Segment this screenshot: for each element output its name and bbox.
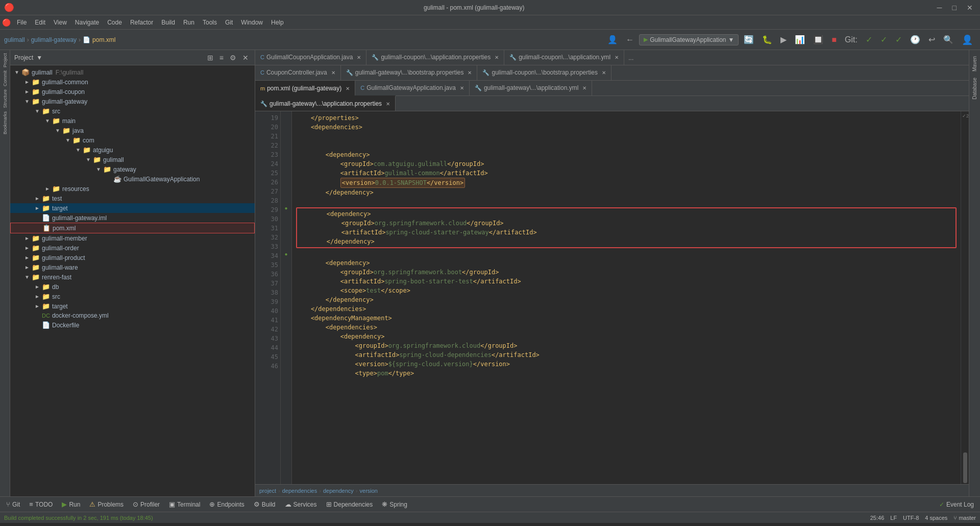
breadcrumb-version[interactable]: version [360, 488, 378, 494]
breadcrumb-project[interactable]: project [259, 488, 276, 494]
structure-panel-icon[interactable]: Structure [2, 88, 9, 109]
maven-panel-btn[interactable]: Maven [971, 54, 978, 74]
tree-item-target-gw[interactable]: ► 📁 target [10, 203, 255, 213]
tree-item-renren[interactable]: ▼ 📁 renren-fast [10, 272, 255, 282]
project-close-btn[interactable]: ✕ [240, 53, 251, 63]
toolbar-coverage-btn[interactable]: 🔲 [810, 33, 826, 46]
status-branch[interactable]: ⑂ master [953, 515, 976, 521]
tab-close-coupon-controller[interactable]: ✕ [331, 70, 335, 76]
toolbar-avatar[interactable]: 👤 [959, 32, 976, 47]
toolbar-rollback-btn[interactable]: ↩ [925, 33, 938, 46]
status-indent[interactable]: 4 spaces [925, 515, 947, 521]
project-collapse-all-btn[interactable]: ⊞ [205, 53, 215, 63]
tab-close-gw-bootstrap-props[interactable]: ✕ [468, 70, 472, 76]
tab-close-pom-gw[interactable]: ✕ [346, 86, 350, 91]
bottom-problems-btn[interactable]: ⚠ Problems [85, 499, 128, 510]
breadcrumb-filename[interactable]: pom.xml [92, 36, 115, 43]
menu-file[interactable]: File [13, 17, 31, 28]
tab-pom-gw[interactable]: m pom.xml (gulimall-gateway) ✕ [255, 81, 355, 95]
tab-coupon-app-props[interactable]: 🔧 gulimall-coupon\...\application.proper… [366, 50, 504, 65]
tree-item-gateway-pkg[interactable]: ▼ 📁 gateway [10, 164, 255, 174]
breadcrumb-module[interactable]: gulimall-gateway [31, 36, 77, 43]
bottom-git-btn[interactable]: ⑂ Git [2, 499, 24, 510]
tab-close-coupon-app[interactable]: ✕ [357, 55, 361, 60]
tab-coupon-bootstrap-props[interactable]: 🔧 gulimall-coupon\...\bootstrap.properti… [477, 65, 611, 80]
tree-item-member[interactable]: ► 📁 gulimall-member [10, 233, 255, 243]
tab-close-coupon-app-yml[interactable]: ✕ [615, 55, 619, 60]
bottom-build-btn[interactable]: ⚙ Build [250, 499, 280, 510]
code-editor[interactable]: </properties> <dependencies> <dependency… [292, 111, 961, 484]
bottom-services-btn[interactable]: ☁ Services [281, 499, 321, 510]
tree-item-ware[interactable]: ► 📁 gulimall-ware [10, 262, 255, 272]
tree-item-pom-gw[interactable]: ► 📋 pom.xml [10, 223, 255, 233]
tree-item-atguigu[interactable]: ▼ 📁 atguigu [10, 145, 255, 155]
tree-item-gulimall[interactable]: ▼ 📦 gulimall F:\gulimall [10, 67, 255, 77]
breadcrumb-dependency[interactable]: dependency [323, 488, 354, 494]
menu-edit[interactable]: Edit [31, 17, 50, 28]
toolbar-git-check2[interactable]: ✓ [877, 33, 890, 46]
close-button[interactable]: ✕ [964, 3, 976, 13]
tab-gw-app[interactable]: C GulimallGatewayApplication.java ✕ [355, 81, 470, 95]
tab-close-gw-app-yml[interactable]: ✕ [582, 85, 586, 91]
tab-gw-app-props[interactable]: 🔧 gulimall-gateway\...\application.prope… [255, 95, 396, 111]
bookmarks-panel-icon[interactable]: Bookmarks [2, 110, 9, 135]
tree-item-coupon[interactable]: ► 📁 gulimall-coupon [10, 87, 255, 97]
tab-close-coupon-app-props[interactable]: ✕ [495, 55, 499, 60]
bottom-todo-btn[interactable]: ≡ TODO [25, 499, 57, 510]
project-settings-btn[interactable]: ⚙ [228, 53, 238, 63]
tree-item-src[interactable]: ▼ 📁 src [10, 106, 255, 116]
tree-item-db[interactable]: ► 📁 db [10, 282, 255, 292]
menu-view[interactable]: View [50, 17, 71, 28]
tab-close-gw-app[interactable]: ✕ [460, 85, 464, 91]
tree-item-com[interactable]: ▼ 📁 com [10, 135, 255, 145]
toolbar-history-btn[interactable]: 🕐 [907, 33, 923, 46]
bottom-eventlog-btn[interactable]: ✓ Event Log [935, 499, 978, 510]
toolbar-debug-btn[interactable]: 🐛 [759, 33, 775, 46]
tree-item-resources[interactable]: ► 📁 resources [10, 184, 255, 194]
toolbar-git-check3[interactable]: ✓ [892, 33, 905, 46]
toolbar-profile-btn[interactable]: 📊 [792, 33, 808, 46]
project-panel-icon[interactable]: Project [2, 52, 9, 68]
fold-indicator[interactable]: ✓2 [962, 113, 968, 118]
toolbar-user-icon[interactable]: 👤 [604, 33, 621, 46]
tree-item-test[interactable]: ► 📁 test [10, 194, 255, 203]
toolbar-stop-btn[interactable]: ■ [828, 33, 840, 46]
menu-navigate[interactable]: Navigate [71, 17, 103, 28]
bottom-profiler-btn[interactable]: ⊙ Profiler [129, 499, 164, 510]
menu-tools[interactable]: Tools [199, 17, 221, 28]
tree-item-gateway[interactable]: ▼ 📁 gulimall-gateway [10, 97, 255, 106]
menu-window[interactable]: Window [237, 17, 267, 28]
tabs-row1-more[interactable]: ··· [624, 54, 638, 65]
menu-code[interactable]: Code [103, 17, 126, 28]
tab-close-coupon-bootstrap-props[interactable]: ✕ [602, 70, 606, 76]
tab-coupon-app-yml[interactable]: 🔧 gulimall-coupon\...\application.yml ✕ [504, 50, 624, 65]
scrollbar-thumb[interactable] [963, 452, 967, 483]
toolbar-search-btn[interactable]: 🔍 [940, 33, 957, 46]
tree-item-docker[interactable]: ► DC docker-compose.yml [10, 311, 255, 320]
bottom-run-btn[interactable]: ▶ Run [58, 499, 84, 510]
breadcrumb-file[interactable]: 📄 [83, 36, 90, 43]
tab-close-gw-app-props[interactable]: ✕ [386, 101, 390, 107]
tree-item-iml[interactable]: ► 📄 gulimall-gateway.iml [10, 213, 255, 223]
database-panel-btn[interactable]: Database [971, 76, 978, 102]
bottom-dependencies-btn[interactable]: ⊞ Dependencies [322, 499, 377, 510]
bottom-spring-btn[interactable]: ❋ Spring [378, 499, 411, 510]
toolbar-git-check1[interactable]: ✓ [863, 33, 875, 46]
tab-gw-bootstrap-props[interactable]: 🔧 gulimall-gateway\...\bootstrap.propert… [341, 65, 478, 80]
maximize-button[interactable]: □ [949, 3, 960, 13]
tab-coupon-controller[interactable]: C CouponController.java ✕ [255, 65, 341, 80]
menu-run[interactable]: Run [179, 17, 199, 28]
tree-item-order[interactable]: ► 📁 gulimall-order [10, 243, 255, 253]
status-time[interactable]: 25:46 [870, 515, 885, 521]
menu-git[interactable]: Git [221, 17, 237, 28]
minimize-button[interactable]: ─ [934, 3, 945, 13]
tree-item-target-renren[interactable]: ► 📁 target [10, 301, 255, 311]
toolbar-run-btn[interactable]: ▶ [777, 33, 790, 46]
tree-item-common[interactable]: ► 📁 gulimall-common [10, 77, 255, 87]
status-encoding[interactable]: UTF-8 [903, 515, 919, 521]
commit-panel-icon[interactable]: Commit [2, 69, 9, 87]
tab-gw-app-yml[interactable]: 🔧 gulimall-gateway\...\application.yml ✕ [470, 81, 592, 95]
status-line-ending[interactable]: LF [890, 515, 897, 521]
tree-item-gateway-app[interactable]: ► ☕ GulimallGatewayApplication [10, 174, 255, 184]
run-config-selector[interactable]: ▶ GulimallGatewayApplication ▼ [639, 34, 739, 45]
